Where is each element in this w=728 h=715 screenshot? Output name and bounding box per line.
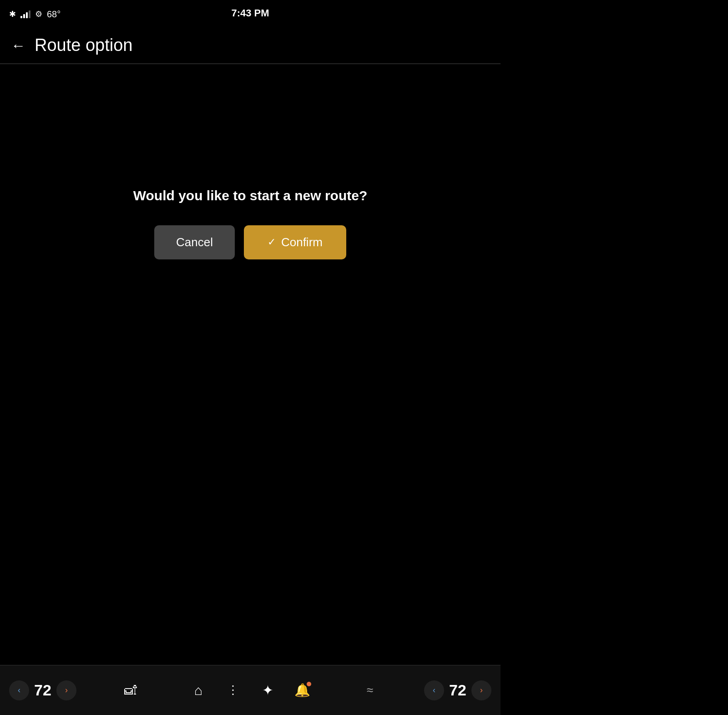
notification-dot	[307, 682, 311, 686]
main-content: Would you like to start a new route? Can…	[0, 64, 500, 383]
bottom-nav: ‹ 72 › 🛋 ⌂ ⋮ ✦ 🔔 ≈ ‹ 72 ›	[0, 665, 500, 715]
defrost-icon: ≈	[367, 683, 373, 697]
fan-icon: ✦	[262, 682, 273, 698]
status-time: 7:43 PM	[231, 7, 269, 19]
fan-button[interactable]: ✦	[254, 677, 281, 704]
status-bar: ✱ ⚙ 68° 7:43 PM	[0, 0, 500, 27]
left-temp-display: 72	[32, 681, 54, 699]
left-temp-group: ‹ 72 ›	[9, 680, 76, 700]
dialog-question: Would you like to start a new route?	[133, 188, 368, 203]
settings-icon: ⚙	[35, 9, 42, 19]
right-temp-display: 72	[447, 681, 469, 699]
home-icon: ⌂	[194, 683, 202, 698]
rear-defrost-button[interactable]: ≈	[356, 677, 384, 704]
seat-heat-button[interactable]: 🛋	[117, 677, 144, 704]
notification-button[interactable]: 🔔	[288, 677, 316, 704]
confirm-button[interactable]: ✓ Confirm	[244, 225, 346, 259]
right-temp-group: ‹ 72 ›	[424, 680, 491, 700]
right-temp-increase-button[interactable]: ›	[471, 680, 491, 700]
temperature-display: 68°	[47, 9, 61, 20]
left-temp-increase-button[interactable]: ›	[56, 680, 76, 700]
dialog-buttons: Cancel ✓ Confirm	[154, 225, 346, 259]
seat-heat-icon: 🛋	[124, 683, 137, 698]
right-temp-decrease-button[interactable]: ‹	[424, 680, 444, 700]
grid-button[interactable]: ⋮	[219, 677, 247, 704]
signal-icon	[20, 10, 30, 18]
home-button[interactable]: ⌂	[185, 677, 212, 704]
nav-center-icons: ⌂ ⋮ ✦ 🔔	[185, 677, 316, 704]
bluetooth-icon: ✱	[9, 9, 16, 19]
cancel-button[interactable]: Cancel	[154, 225, 235, 259]
page-title: Route option	[35, 35, 133, 55]
page-header: ← Route option	[0, 27, 500, 64]
confirm-check-icon: ✓	[268, 236, 276, 248]
back-button[interactable]: ←	[11, 38, 25, 53]
grid-icon: ⋮	[227, 683, 239, 697]
left-temp-decrease-button[interactable]: ‹	[9, 680, 29, 700]
status-left: ✱ ⚙ 68°	[9, 9, 61, 20]
confirm-label: Confirm	[281, 235, 323, 249]
bell-wrapper: 🔔	[294, 683, 310, 698]
